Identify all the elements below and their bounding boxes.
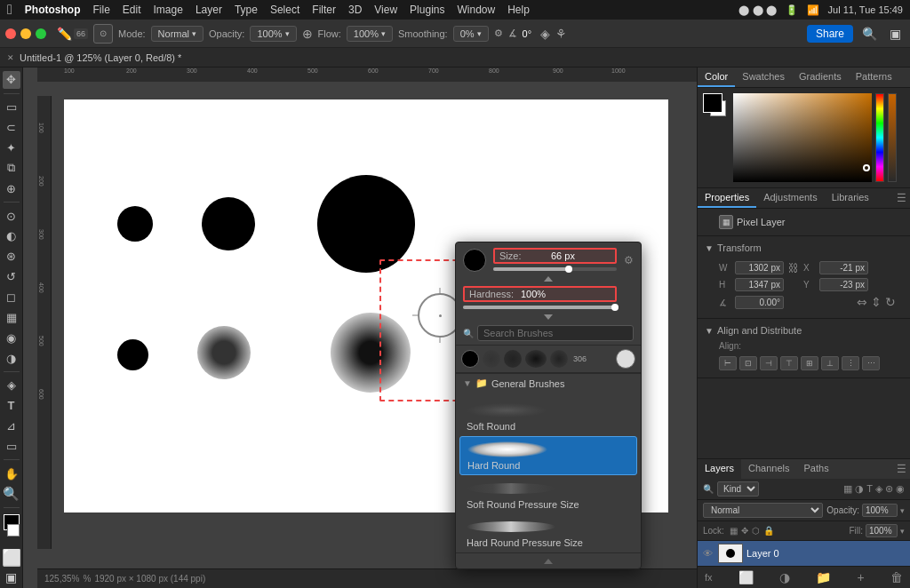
spot-heal-tool[interactable]: ⊙	[3, 207, 20, 225]
zoom-tool[interactable]: 🔍	[3, 485, 20, 503]
arrange-button[interactable]: ▣	[886, 25, 905, 43]
tab-patterns[interactable]: Patterns	[849, 68, 899, 87]
minimize-btn[interactable]	[20, 28, 31, 39]
maximize-btn[interactable]	[36, 28, 46, 39]
add-layer-button[interactable]: +	[858, 570, 865, 584]
brush-hard-pressure[interactable]: Hard Round Pressure Size	[459, 514, 637, 552]
menu-filter[interactable]: Filter	[312, 4, 336, 16]
align-right-btn[interactable]: ⊣	[760, 356, 778, 370]
document-tab[interactable]: Untitled-1 @ 125% (Layer 0, Red/8) *	[20, 52, 181, 63]
smart-filter-icon[interactable]: ⊛	[885, 483, 893, 495]
layer-visibility-icon[interactable]: 👁	[703, 548, 713, 559]
brush-soft-round[interactable]: Soft Round	[459, 398, 637, 435]
transform-w-input[interactable]	[735, 261, 784, 274]
preset-hard-small[interactable]	[461, 350, 479, 368]
lock-move-icon[interactable]: ✥	[741, 526, 748, 536]
shape-tool[interactable]: ▭	[3, 438, 20, 456]
brush-tool-icon[interactable]: ✏️ 66	[57, 27, 88, 41]
align-section-title[interactable]: ▼ Align and Distribute	[705, 322, 903, 338]
pen-tool[interactable]: ◈	[3, 377, 20, 394]
lasso-tool[interactable]: ⊂	[3, 119, 20, 137]
hue-slider[interactable]	[875, 93, 884, 182]
add-mask-button[interactable]: ⬜	[738, 570, 754, 584]
marquee-tool[interactable]: ▭	[3, 99, 20, 116]
smoothing-input[interactable]: 0% ▾	[453, 26, 489, 42]
close-btn[interactable]	[5, 28, 16, 39]
preset-soft-xl[interactable]	[550, 350, 568, 368]
fill-chevron[interactable]: ▾	[900, 527, 905, 536]
fill-input[interactable]	[866, 524, 898, 537]
brush-picker-btn[interactable]: ⊙	[93, 24, 113, 44]
mode-dropdown[interactable]: Normal ▾	[151, 26, 204, 42]
background-color[interactable]	[7, 524, 20, 536]
menu-plugins[interactable]: Plugins	[410, 4, 444, 16]
pressure-icon[interactable]: ◈	[540, 27, 550, 41]
add-adjustment-button[interactable]: ◑	[779, 570, 790, 584]
blur-tool[interactable]: ◉	[3, 329, 20, 346]
brush-tool[interactable]: ◐	[3, 227, 20, 245]
dist-center-btn[interactable]: ⋯	[862, 356, 880, 370]
airbrush-icon[interactable]: ⊕	[302, 27, 313, 41]
delete-layer-button[interactable]: 🗑	[890, 570, 903, 584]
history-brush-tool[interactable]: ↺	[3, 268, 20, 286]
foreground-swatch[interactable]	[703, 93, 722, 113]
menu-layer[interactable]: Layer	[196, 4, 222, 16]
transform-h-input[interactable]	[735, 278, 784, 291]
brush-soft-pressure[interactable]: Soft Round Pressure Size	[459, 476, 637, 513]
gradient-tool[interactable]: ▦	[3, 308, 20, 326]
align-center-h-btn[interactable]: ⊡	[739, 356, 757, 370]
transform-section-title[interactable]: ▼ Transform	[705, 240, 903, 256]
tab-channels[interactable]: Channels	[741, 459, 796, 479]
fx-button[interactable]: fx	[705, 572, 713, 583]
clone-tool[interactable]: ⊛	[3, 248, 20, 266]
tab-close-icon[interactable]: ✕	[7, 53, 14, 62]
size-slider-thumb[interactable]	[565, 266, 572, 273]
preset-soft-small[interactable]	[483, 350, 500, 368]
size-slider[interactable]	[493, 266, 617, 272]
tab-properties[interactable]: Properties	[698, 188, 756, 208]
transform-x-input[interactable]	[819, 261, 868, 274]
layer-0-item[interactable]: 👁 Layer 0	[698, 541, 910, 566]
tab-libraries[interactable]: Libraries	[825, 188, 876, 208]
transform-y-input[interactable]	[819, 278, 868, 291]
dist-left-btn[interactable]: ⋮	[842, 356, 859, 370]
dodge-tool[interactable]: ◑	[3, 349, 20, 367]
tab-swatches[interactable]: Swatches	[735, 68, 792, 87]
lock-artboards-icon[interactable]: ⬡	[752, 526, 760, 536]
hardness-slider-thumb[interactable]	[611, 304, 619, 311]
quick-select-tool[interactable]: ✦	[3, 139, 20, 157]
menu-3d[interactable]: 3D	[348, 4, 362, 16]
brush-search-input[interactable]	[477, 325, 634, 341]
properties-menu-icon[interactable]: ☰	[893, 188, 910, 208]
menu-window[interactable]: Window	[457, 4, 495, 16]
menu-view[interactable]: View	[374, 4, 397, 16]
hardness-control-box[interactable]: Hardness: 100%	[463, 286, 617, 302]
search-button[interactable]: 🔍	[858, 25, 881, 43]
color-gradient-area[interactable]	[733, 93, 872, 182]
type-tool[interactable]: T	[3, 397, 20, 415]
pixel-filter-icon[interactable]: ▦	[843, 483, 852, 495]
transform-angle-input[interactable]	[735, 296, 784, 309]
adjust-filter-icon[interactable]: ◑	[855, 483, 864, 495]
tab-gradients[interactable]: Gradients	[792, 68, 849, 87]
opacity-input[interactable]	[862, 504, 898, 517]
crop-tool[interactable]: ⧉	[3, 159, 20, 177]
size-control-box[interactable]: Size: 66 px	[493, 248, 617, 264]
opacity-chevron[interactable]: ▾	[900, 506, 905, 515]
eraser-tool[interactable]: ◻	[3, 289, 20, 306]
menu-file[interactable]: File	[93, 4, 110, 16]
tab-layers[interactable]: Layers	[698, 459, 741, 479]
preset-soft-large[interactable]	[525, 350, 547, 368]
hardness-slider[interactable]	[463, 305, 617, 310]
align-top-btn[interactable]: ⊤	[780, 356, 798, 370]
symmetry-icon[interactable]: ⚘	[555, 27, 567, 41]
share-button[interactable]: Share	[807, 25, 853, 43]
align-bottom-btn[interactable]: ⊥	[821, 356, 839, 370]
tab-color[interactable]: Color	[698, 68, 735, 87]
type-filter-icon[interactable]: T	[866, 483, 873, 495]
layers-menu-icon[interactable]: ☰	[893, 459, 910, 479]
menu-help[interactable]: Help	[507, 4, 530, 16]
align-center-v-btn[interactable]: ⊞	[801, 356, 818, 370]
preset-soft-medium[interactable]	[504, 350, 522, 368]
flip-v-icon[interactable]: ⇕	[871, 295, 882, 309]
